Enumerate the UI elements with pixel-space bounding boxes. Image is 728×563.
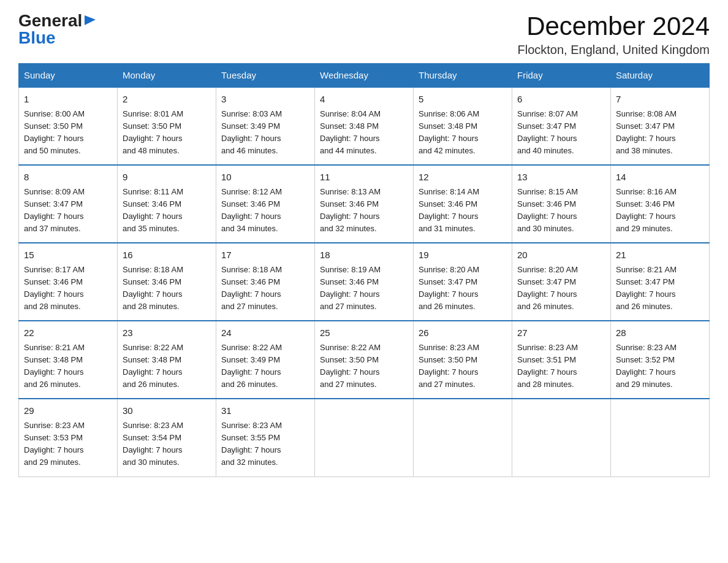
day-info: Sunrise: 8:20 AMSunset: 3:47 PMDaylight:… [517,265,578,311]
day-info: Sunrise: 8:23 AMSunset: 3:54 PMDaylight:… [123,421,183,467]
day-number: 31 [221,404,309,418]
calendar-week-row: 22Sunrise: 8:21 AMSunset: 3:48 PMDayligh… [19,321,710,399]
day-info: Sunrise: 8:06 AMSunset: 3:48 PMDaylight:… [419,109,479,155]
logo-arrow-icon [83,13,97,26]
table-row [512,399,611,477]
header-thursday: Thursday [414,64,512,88]
day-number: 7 [616,93,704,107]
title-section: December 2024 Flockton, England, United … [517,12,710,57]
page-header: General Blue December 2024 Flockton, Eng… [18,12,710,57]
day-number: 29 [24,404,112,418]
month-title: December 2024 [517,12,710,40]
day-info: Sunrise: 8:11 AMSunset: 3:46 PMDaylight:… [123,187,183,233]
header-tuesday: Tuesday [216,64,315,88]
day-info: Sunrise: 8:07 AMSunset: 3:47 PMDaylight:… [517,109,578,155]
day-info: Sunrise: 8:19 AMSunset: 3:46 PMDaylight:… [320,265,381,311]
day-info: Sunrise: 8:04 AMSunset: 3:48 PMDaylight:… [320,109,381,155]
day-info: Sunrise: 8:21 AMSunset: 3:48 PMDaylight:… [24,343,85,389]
table-row: 20Sunrise: 8:20 AMSunset: 3:47 PMDayligh… [512,243,611,321]
table-row: 16Sunrise: 8:18 AMSunset: 3:46 PMDayligh… [118,243,216,321]
table-row: 10Sunrise: 8:12 AMSunset: 3:46 PMDayligh… [216,165,315,243]
day-info: Sunrise: 8:16 AMSunset: 3:46 PMDaylight:… [616,187,677,233]
day-number: 2 [123,93,211,107]
day-info: Sunrise: 8:22 AMSunset: 3:48 PMDaylight:… [123,343,183,389]
day-info: Sunrise: 8:15 AMSunset: 3:46 PMDaylight:… [517,187,578,233]
day-number: 17 [221,248,309,262]
day-number: 1 [24,93,112,107]
day-info: Sunrise: 8:23 AMSunset: 3:52 PMDaylight:… [616,343,677,389]
table-row: 31Sunrise: 8:23 AMSunset: 3:55 PMDayligh… [216,399,315,477]
day-info: Sunrise: 8:12 AMSunset: 3:46 PMDaylight:… [221,187,282,233]
day-number: 28 [616,326,704,340]
day-number: 18 [320,248,408,262]
table-row: 8Sunrise: 8:09 AMSunset: 3:47 PMDaylight… [19,165,118,243]
day-info: Sunrise: 8:22 AMSunset: 3:49 PMDaylight:… [221,343,282,389]
table-row: 26Sunrise: 8:23 AMSunset: 3:50 PMDayligh… [414,321,512,399]
table-row: 18Sunrise: 8:19 AMSunset: 3:46 PMDayligh… [315,243,414,321]
table-row: 29Sunrise: 8:23 AMSunset: 3:53 PMDayligh… [19,399,118,477]
table-row: 21Sunrise: 8:21 AMSunset: 3:47 PMDayligh… [611,243,710,321]
location: Flockton, England, United Kingdom [517,43,710,57]
day-number: 10 [221,170,309,185]
logo-blue: Blue [18,29,56,47]
table-row: 30Sunrise: 8:23 AMSunset: 3:54 PMDayligh… [118,399,216,477]
day-number: 27 [517,326,605,340]
table-row: 11Sunrise: 8:13 AMSunset: 3:46 PMDayligh… [315,165,414,243]
day-number: 25 [320,326,408,340]
logo-general: General [18,12,82,29]
table-row: 24Sunrise: 8:22 AMSunset: 3:49 PMDayligh… [216,321,315,399]
calendar-week-row: 8Sunrise: 8:09 AMSunset: 3:47 PMDaylight… [19,165,710,243]
table-row: 6Sunrise: 8:07 AMSunset: 3:47 PMDaylight… [512,87,611,165]
day-info: Sunrise: 8:01 AMSunset: 3:50 PMDaylight:… [123,109,183,155]
day-info: Sunrise: 8:23 AMSunset: 3:50 PMDaylight:… [419,343,479,389]
table-row: 9Sunrise: 8:11 AMSunset: 3:46 PMDaylight… [118,165,216,243]
day-info: Sunrise: 8:13 AMSunset: 3:46 PMDaylight:… [320,187,381,233]
table-row: 7Sunrise: 8:08 AMSunset: 3:47 PMDaylight… [611,87,710,165]
day-number: 16 [123,248,211,262]
table-row: 25Sunrise: 8:22 AMSunset: 3:50 PMDayligh… [315,321,414,399]
table-row [315,399,414,477]
header-wednesday: Wednesday [315,64,414,88]
day-number: 3 [221,93,309,107]
day-info: Sunrise: 8:14 AMSunset: 3:46 PMDaylight:… [419,187,479,233]
table-row: 4Sunrise: 8:04 AMSunset: 3:48 PMDaylight… [315,87,414,165]
day-info: Sunrise: 8:00 AMSunset: 3:50 PMDaylight:… [24,109,85,155]
table-row: 1Sunrise: 8:00 AMSunset: 3:50 PMDaylight… [19,87,118,165]
day-number: 15 [24,248,112,262]
table-row [414,399,512,477]
day-info: Sunrise: 8:23 AMSunset: 3:51 PMDaylight:… [517,343,578,389]
table-row: 14Sunrise: 8:16 AMSunset: 3:46 PMDayligh… [611,165,710,243]
day-info: Sunrise: 8:23 AMSunset: 3:53 PMDaylight:… [24,421,85,467]
day-number: 6 [517,93,605,107]
day-number: 8 [24,170,112,185]
svg-marker-0 [85,15,96,25]
calendar-table: Sunday Monday Tuesday Wednesday Thursday… [18,63,710,477]
day-info: Sunrise: 8:18 AMSunset: 3:46 PMDaylight:… [221,265,282,311]
day-info: Sunrise: 8:23 AMSunset: 3:55 PMDaylight:… [221,421,282,467]
table-row: 22Sunrise: 8:21 AMSunset: 3:48 PMDayligh… [19,321,118,399]
weekday-header-row: Sunday Monday Tuesday Wednesday Thursday… [19,64,710,88]
table-row: 13Sunrise: 8:15 AMSunset: 3:46 PMDayligh… [512,165,611,243]
header-monday: Monday [118,64,216,88]
day-number: 23 [123,326,211,340]
day-number: 14 [616,170,704,185]
day-number: 24 [221,326,309,340]
header-saturday: Saturday [611,64,710,88]
table-row: 28Sunrise: 8:23 AMSunset: 3:52 PMDayligh… [611,321,710,399]
day-number: 26 [419,326,507,340]
day-number: 30 [123,404,211,418]
day-number: 19 [419,248,507,262]
header-sunday: Sunday [19,64,118,88]
day-info: Sunrise: 8:09 AMSunset: 3:47 PMDaylight:… [24,187,85,233]
day-number: 5 [419,93,507,107]
table-row: 15Sunrise: 8:17 AMSunset: 3:46 PMDayligh… [19,243,118,321]
day-info: Sunrise: 8:03 AMSunset: 3:49 PMDaylight:… [221,109,282,155]
day-info: Sunrise: 8:08 AMSunset: 3:47 PMDaylight:… [616,109,677,155]
day-number: 20 [517,248,605,262]
day-number: 21 [616,248,704,262]
calendar-week-row: 15Sunrise: 8:17 AMSunset: 3:46 PMDayligh… [19,243,710,321]
day-number: 13 [517,170,605,185]
table-row: 23Sunrise: 8:22 AMSunset: 3:48 PMDayligh… [118,321,216,399]
day-number: 4 [320,93,408,107]
table-row: 2Sunrise: 8:01 AMSunset: 3:50 PMDaylight… [118,87,216,165]
